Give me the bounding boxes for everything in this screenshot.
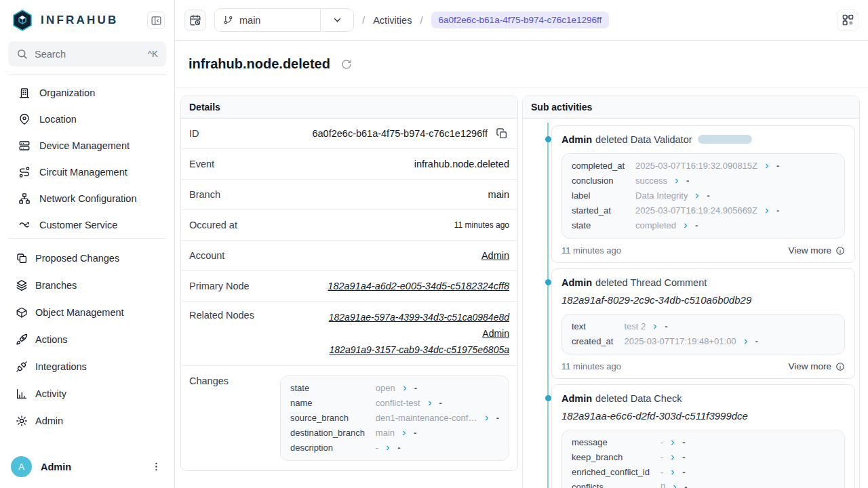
refresh-button[interactable] bbox=[339, 57, 354, 72]
sidebar-item-object-management[interactable]: Object Management bbox=[0, 299, 174, 326]
property-old-value: success bbox=[635, 175, 667, 187]
property-key: state bbox=[572, 220, 625, 232]
card-title: Admindeleted Data Validator bbox=[561, 133, 845, 146]
breadcrumb-separator: / bbox=[362, 14, 365, 26]
view-more-button[interactable]: View more bbox=[788, 245, 845, 256]
branch-selector[interactable]: main bbox=[214, 8, 354, 32]
user-menu-button[interactable] bbox=[148, 458, 165, 475]
sidebar-item-label: Branches bbox=[35, 280, 77, 291]
detail-row-primary-node: Primary Node 182a91a4-a6d2-e005-34d5-c51… bbox=[181, 271, 517, 302]
sub-activity-card: Admindeleted Data Validator completed_at… bbox=[551, 125, 855, 263]
property-new-value: - bbox=[682, 466, 685, 479]
sidebar-item-location[interactable]: Location bbox=[0, 106, 174, 132]
sidebar-item-branches[interactable]: Branches bbox=[0, 272, 174, 299]
property-old-value: - bbox=[660, 436, 663, 449]
change-key: destination_branch bbox=[290, 427, 365, 439]
change-old-value: main bbox=[376, 427, 395, 439]
related-node-link[interactable]: 182a91ae-597a-4399-34d3-c51ca0984e8d bbox=[329, 310, 509, 325]
chevron-right-icon bbox=[682, 222, 689, 229]
change-old-value: - bbox=[376, 442, 378, 454]
detail-row-related-nodes: Related Nodes 182a91ae-597a-4399-34d3-c5… bbox=[181, 302, 517, 366]
chevron-right-icon bbox=[764, 207, 770, 214]
sidebar-item-label: Proposed Changes bbox=[35, 253, 119, 264]
detail-label: ID bbox=[189, 128, 199, 139]
sidebar-item-circuit-management[interactable]: Circuit Management bbox=[0, 159, 174, 185]
changes-box: state open- name conflict-test- source_b… bbox=[280, 375, 509, 461]
change-new-value: - bbox=[397, 442, 400, 454]
property-old-value: Data Integrity bbox=[635, 190, 688, 202]
property-old-value: test 2 bbox=[624, 321, 646, 333]
sidebar-item-label: Circuit Management bbox=[39, 167, 127, 178]
sidebar-item-label: Customer Service bbox=[39, 220, 117, 230]
sidebar-item-actions[interactable]: Actions bbox=[0, 326, 174, 353]
card-properties-box: message-- keep_branch-- enriched_conflic… bbox=[561, 430, 845, 488]
chevron-right-icon bbox=[764, 163, 770, 169]
sidebar-item-proposed-changes[interactable]: Proposed Changes bbox=[0, 245, 174, 272]
package-icon bbox=[16, 306, 28, 319]
sidebar-item-integrations[interactable]: Integrations bbox=[0, 353, 174, 380]
card-properties-box: texttest 2- created_at2025-03-07T17:19:4… bbox=[561, 314, 845, 354]
account-link[interactable]: Admin bbox=[481, 250, 509, 261]
change-old-value: open bbox=[376, 382, 395, 394]
detail-row-changes: Changes state open- name conflict-test- … bbox=[181, 366, 517, 470]
sidebar-item-activity[interactable]: Activity bbox=[0, 380, 174, 407]
detail-value-branch: main bbox=[488, 189, 509, 200]
detail-value-occured-at: 11 minutes ago bbox=[454, 220, 509, 230]
chevron-right-icon bbox=[384, 445, 391, 451]
sidebar-item-label: Organization bbox=[39, 87, 95, 98]
change-key: description bbox=[290, 442, 365, 454]
card-footer: 11 minutes ago View more bbox=[561, 245, 845, 256]
detail-label: Account bbox=[189, 250, 224, 261]
detail-label: Occured at bbox=[189, 220, 237, 230]
property-key: started_at bbox=[572, 205, 625, 217]
user-row: A Admin bbox=[0, 449, 174, 488]
view-more-button[interactable]: View more bbox=[788, 361, 845, 371]
property-old-value: completed bbox=[635, 220, 676, 232]
kebab-icon bbox=[151, 461, 162, 472]
nav-secondary: Proposed Changes Branches Object Managem… bbox=[0, 239, 174, 434]
sidebar-item-customer-service[interactable]: Customer Service bbox=[0, 211, 174, 238]
handshake-icon bbox=[18, 219, 31, 231]
chevron-right-icon bbox=[694, 192, 701, 199]
change-old-value: conflict-test bbox=[376, 397, 420, 409]
breadcrumb-activity-id-badge[interactable]: 6a0f2e6c-b61a-4f75-b974-c76c1e1296ff bbox=[431, 12, 610, 28]
breadcrumb-activities-link[interactable]: Activities bbox=[373, 15, 412, 26]
branch-selector-caret[interactable] bbox=[320, 9, 353, 31]
detail-row-branch: Branch main bbox=[181, 180, 517, 210]
property-old-value: 2025-03-07T17:19:48+01:00 bbox=[624, 336, 736, 348]
change-new-value: - bbox=[496, 412, 499, 424]
hierarchy-icon bbox=[18, 192, 31, 205]
primary-node-link[interactable]: 182a91a4-a6d2-e005-34d5-c5182324cff8 bbox=[328, 281, 509, 291]
sidebar-item-network-configuration[interactable]: Network Configuration bbox=[0, 185, 174, 211]
search-input[interactable]: Search ^K bbox=[8, 41, 166, 66]
chevron-right-icon bbox=[427, 400, 433, 407]
card-node-id: 182a91af-8029-2c9c-34db-c510a6b0db29 bbox=[561, 293, 845, 307]
sidebar-item-device-management[interactable]: Device Management bbox=[0, 132, 174, 159]
property-key: created_at bbox=[572, 336, 613, 348]
logo-row: INFRAHUB bbox=[0, 0, 174, 37]
details-panel: Details ID 6a0f2e6c-b61a-4f75-b974-c76c1… bbox=[180, 96, 518, 471]
chevron-right-icon bbox=[401, 430, 408, 436]
sidebar-collapse-button[interactable] bbox=[147, 12, 165, 29]
chevron-right-icon bbox=[652, 323, 658, 330]
sidebar-item-label: Device Management bbox=[39, 140, 130, 151]
schema-icon bbox=[842, 14, 854, 26]
sub-activities-header: Sub activities bbox=[523, 96, 859, 119]
route-icon bbox=[18, 166, 31, 178]
detail-label: Branch bbox=[189, 189, 220, 200]
sidebar-item-organization[interactable]: Organization bbox=[0, 79, 174, 106]
main-area: main / Activities / 6a0f2e6c-b61a-4f75-b… bbox=[175, 0, 868, 488]
chevron-right-icon bbox=[669, 439, 676, 446]
sidebar-item-admin[interactable]: Admin bbox=[0, 407, 174, 434]
copy-id-button[interactable] bbox=[494, 126, 509, 141]
search-placeholder: Search bbox=[35, 49, 141, 60]
sub-activity-card: Admindeleted Thread Comment 182a91af-802… bbox=[551, 268, 855, 379]
property-old-value: [] bbox=[660, 481, 665, 488]
search-shortcut: ^K bbox=[148, 49, 158, 59]
time-travel-button[interactable] bbox=[184, 9, 206, 31]
related-node-link[interactable]: Admin bbox=[482, 326, 509, 341]
related-node-link[interactable]: 182a91a9-3157-cab9-34dc-c51975e6805a bbox=[330, 342, 509, 357]
schema-button[interactable] bbox=[837, 9, 859, 31]
property-old-value: 2025-03-07T16:19:32.090815Z bbox=[635, 160, 757, 172]
chevron-right-icon bbox=[673, 178, 680, 184]
